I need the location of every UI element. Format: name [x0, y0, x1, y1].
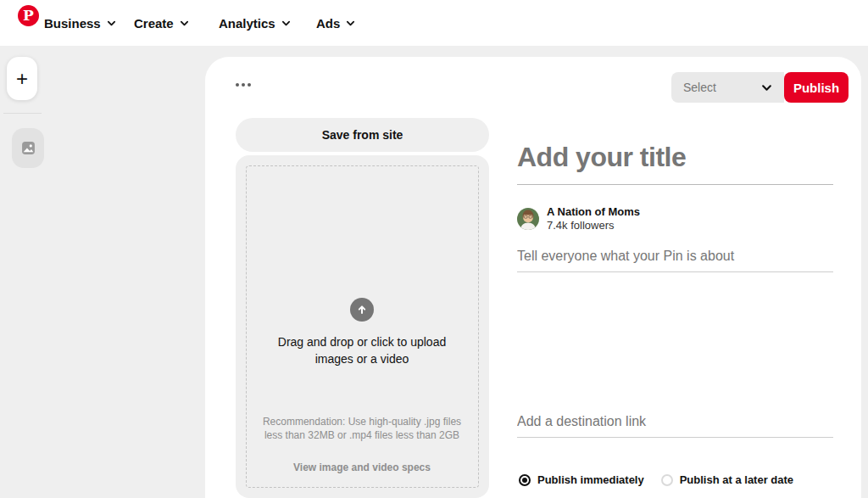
- pin-title-input[interactable]: [517, 142, 833, 185]
- media-upload-dropzone[interactable]: Drag and drop or click to upload images …: [236, 155, 489, 498]
- create-new-pin-button[interactable]: +: [7, 57, 37, 100]
- publish-button[interactable]: Publish: [784, 72, 849, 103]
- chevron-down-icon: [180, 19, 189, 28]
- pin-builder-card: Save from site Drag and drop or click to…: [205, 57, 861, 498]
- view-specs-link[interactable]: View image and video specs: [256, 462, 468, 473]
- pin-drafts-button[interactable]: [12, 128, 44, 168]
- account-row: A Nation of Moms 7.4k followers: [517, 205, 640, 233]
- publish-later-option[interactable]: Publish at a later date: [661, 473, 793, 486]
- publish-immediately-option[interactable]: Publish immediately: [519, 473, 644, 486]
- nav-business-menu[interactable]: Business: [44, 0, 116, 46]
- more-options-button[interactable]: [236, 80, 256, 90]
- upload-arrow-icon: [350, 298, 374, 322]
- left-sidebar: +: [0, 46, 53, 498]
- nav-create-label: Create: [134, 16, 174, 31]
- radio-unselected-icon: [661, 474, 673, 486]
- chevron-down-icon: [107, 19, 116, 28]
- nav-ads-label: Ads: [316, 16, 340, 31]
- nav-create-menu[interactable]: Create: [134, 0, 189, 46]
- nav-ads-menu[interactable]: Ads: [316, 0, 355, 46]
- nav-analytics-label: Analytics: [219, 16, 275, 31]
- dropzone-recommendation: Recommendation: Use high-quality .jpg fi…: [256, 415, 468, 442]
- dropzone-instructions: Drag and drop or click to upload images …: [269, 333, 455, 368]
- ellipsis-icon: [236, 83, 239, 87]
- radio-selected-icon: [519, 474, 531, 486]
- image-icon: [21, 141, 36, 155]
- save-from-site-button[interactable]: Save from site: [236, 118, 489, 152]
- chevron-down-icon: [281, 19, 291, 28]
- top-nav-bar: P Business Create Analytics Ads: [0, 0, 868, 46]
- nav-business-label: Business: [44, 16, 101, 31]
- destination-link-input[interactable]: [517, 414, 833, 438]
- pin-description-input[interactable]: [517, 249, 833, 272]
- chevron-down-icon: [761, 82, 772, 93]
- avatar: [517, 208, 539, 230]
- account-name: A Nation of Moms: [547, 205, 640, 219]
- board-select-dropdown[interactable]: Select: [671, 72, 784, 103]
- nav-analytics-menu[interactable]: Analytics: [219, 0, 291, 46]
- plus-icon: +: [16, 69, 28, 89]
- chevron-down-icon: [346, 19, 355, 28]
- pinterest-logo-icon[interactable]: P: [18, 5, 39, 26]
- sidebar-divider: [3, 113, 42, 114]
- publish-timing-options: Publish immediately Publish at a later d…: [519, 473, 793, 486]
- account-followers: 7.4k followers: [547, 219, 640, 232]
- board-select-value: Select: [683, 81, 761, 94]
